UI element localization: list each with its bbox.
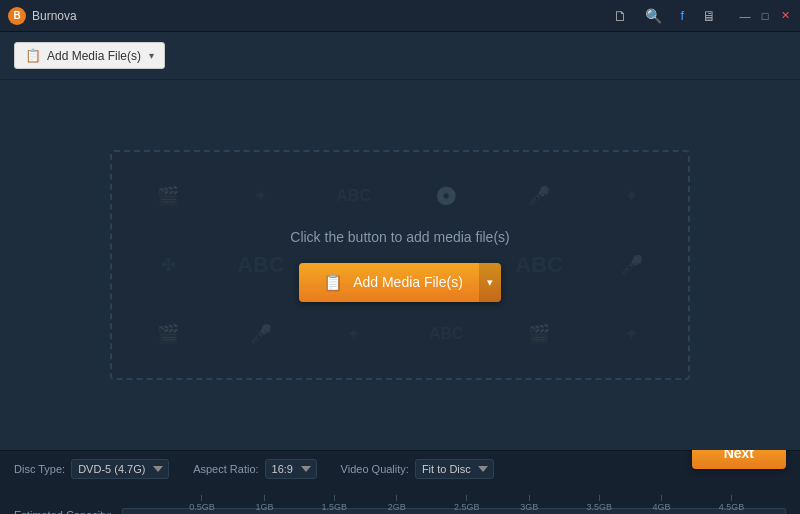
- add-media-dropdown-arrow: ▾: [149, 50, 154, 61]
- disc-type-group: Disc Type: DVD-5 (4.7G) DVD-9 (8.5G) BD-…: [14, 459, 169, 479]
- tick-2gb: 2GB: [388, 495, 406, 512]
- tick-1gb: 1GB: [255, 495, 273, 512]
- capacity-bar: Estimated Capacity: 0.5GB 1GB 1.5GB 2GB: [14, 508, 786, 514]
- capacity-track: 0.5GB 1GB 1.5GB 2GB 2.5GB 3GB: [122, 508, 786, 514]
- tick-2.5gb: 2.5GB: [454, 495, 480, 512]
- tick-3.5gb: 3.5GB: [586, 495, 612, 512]
- wm-star-icon: ✦: [215, 162, 308, 231]
- title-left: B Burnova: [8, 7, 77, 25]
- center-add-icon: 📋: [323, 273, 343, 292]
- wm-star3-icon: ✤: [122, 231, 215, 300]
- facebook-icon[interactable]: f: [676, 6, 688, 25]
- wm-mic2-icon: 🎤: [585, 231, 678, 300]
- wm-star2-icon: ✦: [585, 162, 678, 231]
- drop-zone-message: Click the button to add media file(s): [290, 229, 509, 245]
- tick-3gb: 3GB: [520, 495, 538, 512]
- wm-cd2-icon: 🎬: [493, 299, 586, 368]
- disc-type-select[interactable]: DVD-5 (4.7G) DVD-9 (8.5G) BD-25 BD-50: [71, 459, 169, 479]
- minimize-button[interactable]: —: [738, 9, 752, 23]
- wm-film2-icon: 🎬: [122, 299, 215, 368]
- capacity-label: Estimated Capacity:: [14, 509, 114, 514]
- close-button[interactable]: ✕: [778, 9, 792, 23]
- bottom-controls: Disc Type: DVD-5 (4.7G) DVD-9 (8.5G) BD-…: [14, 459, 786, 479]
- center-add-label: Add Media File(s): [353, 274, 463, 290]
- add-media-icon: 📋: [25, 48, 41, 63]
- maximize-button[interactable]: □: [758, 9, 772, 23]
- video-quality-label: Video Quality:: [341, 463, 409, 475]
- aspect-ratio-group: Aspect Ratio: 16:9 4:3: [193, 459, 316, 479]
- toolbar: 📋 Add Media File(s) ▾: [0, 32, 800, 80]
- disc-type-label: Disc Type:: [14, 463, 65, 475]
- wm-film-icon: 🎬: [122, 162, 215, 231]
- add-media-label: Add Media File(s): [47, 49, 141, 63]
- wm-cd-icon: 💿: [400, 162, 493, 231]
- title-right: 🗋 🔍 f 🖥 — □ ✕: [609, 6, 792, 26]
- aspect-ratio-select[interactable]: 16:9 4:3: [265, 459, 317, 479]
- tick-0.5gb: 0.5GB: [189, 495, 215, 512]
- wm-star5-icon: ✦: [585, 299, 678, 368]
- center-add-dropdown[interactable]: ▾: [479, 263, 501, 302]
- wm-mic-icon: 🎤: [493, 162, 586, 231]
- file-icon[interactable]: 🗋: [609, 6, 631, 26]
- wm-mic3-icon: 🎤: [215, 299, 308, 368]
- wm-star4-icon: ✦: [307, 299, 400, 368]
- video-quality-select[interactable]: Fit to Disc High Medium Low: [415, 459, 494, 479]
- add-media-button[interactable]: 📋 Add Media File(s) ▾: [14, 42, 165, 69]
- center-add-media-button[interactable]: 📋 Add Media File(s) ▾: [299, 263, 501, 302]
- bottom-bar: Disc Type: DVD-5 (4.7G) DVD-9 (8.5G) BD-…: [0, 450, 800, 514]
- app-title: Burnova: [32, 9, 77, 23]
- wm-abc4-icon: ABC: [400, 299, 493, 368]
- drop-zone: 🎬 ✦ ABC 💿 🎤 ✦ ✤ ABC ABC 🎤 🎬 🎤 ✦ ABC 🎬 ✦ …: [110, 150, 690, 380]
- app-logo: B: [8, 7, 26, 25]
- tick-4.5gb: 4.5GB: [719, 495, 745, 512]
- win-controls: — □ ✕: [738, 9, 792, 23]
- title-bar: B Burnova 🗋 🔍 f 🖥 — □ ✕: [0, 0, 800, 32]
- main-area: 🎬 ✦ ABC 💿 🎤 ✦ ✤ ABC ABC 🎤 🎬 🎤 ✦ ABC 🎬 ✦ …: [0, 80, 800, 450]
- tick-1.5gb: 1.5GB: [322, 495, 348, 512]
- video-quality-group: Video Quality: Fit to Disc High Medium L…: [341, 459, 494, 479]
- wm-abc-icon: ABC: [307, 162, 400, 231]
- aspect-ratio-label: Aspect Ratio:: [193, 463, 258, 475]
- display-icon[interactable]: 🖥: [698, 6, 720, 26]
- tick-4gb: 4GB: [653, 495, 671, 512]
- search-icon[interactable]: 🔍: [641, 6, 666, 26]
